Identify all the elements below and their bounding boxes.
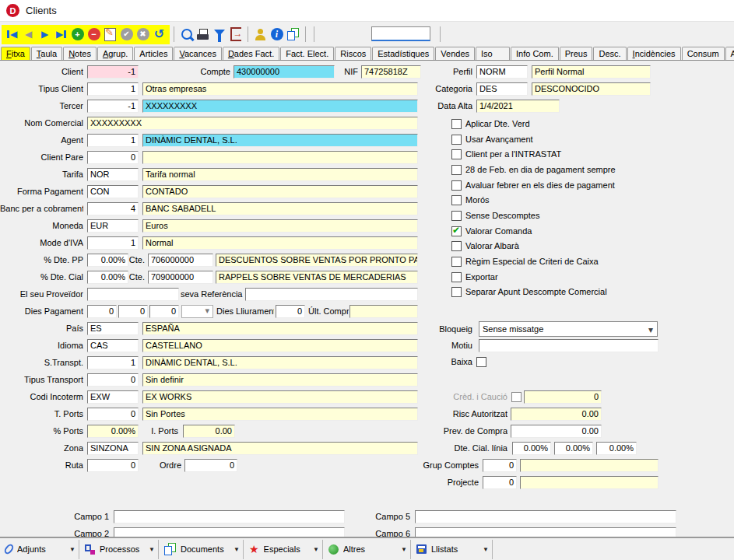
agent-desc-field[interactable]: DINÀMIC DENTAL, S.L. <box>142 134 418 147</box>
agent-code-field[interactable]: 1 <box>87 134 139 147</box>
grup-comptes-desc-field[interactable] <box>520 459 658 472</box>
dte-cial-account-field[interactable]: 709000000 <box>148 271 213 284</box>
perfil-desc-field[interactable]: Perfil Normal <box>532 65 651 79</box>
prev-compra-field[interactable]: 0.00 <box>511 425 602 438</box>
campo1-field[interactable] <box>114 510 345 523</box>
dte-pp-desc-field[interactable]: DESCUENTOS SOBRE VENTAS POR PRONTO PAG <box>216 254 418 267</box>
proveidor-field[interactable] <box>87 288 179 301</box>
checkbox-moros[interactable] <box>451 195 462 205</box>
perfil-code-field[interactable]: NORM <box>476 65 528 79</box>
star-icon: ★ <box>249 544 259 555</box>
dies-pagament-3-field[interactable]: 0 <box>149 305 179 318</box>
t-ports-code-field[interactable]: 0 <box>87 408 139 421</box>
dte-cial-pct-field[interactable]: 0.00% <box>87 271 128 284</box>
chevron-down-icon: ▼ <box>69 546 76 553</box>
dte-cial-desc-field[interactable]: RAPPELS SOBRE VENTAS DE MERCADERIAS <box>216 271 418 284</box>
checkbox-separar-apunt[interactable] <box>451 287 462 297</box>
tipus-transport-desc-field[interactable]: Sin definir <box>142 373 418 387</box>
especials-label: Especials <box>264 544 314 554</box>
checkbox-client-intrastat[interactable] <box>451 149 462 159</box>
categoria-desc-field[interactable]: DESCONOCIDO <box>532 82 651 96</box>
cred-caucio-field[interactable]: 0 <box>524 390 602 404</box>
ordre-field[interactable]: 0 <box>184 459 237 472</box>
seva-referencia-field[interactable] <box>245 288 418 301</box>
dte-linia-3-field[interactable]: 0.00% <box>596 442 637 455</box>
tercer-code-field[interactable]: -1 <box>87 100 139 113</box>
pais-code-field[interactable]: ES <box>87 322 139 335</box>
codi-incoterm-code-field[interactable]: EXW <box>87 390 139 404</box>
mode-iva-code-field[interactable]: 1 <box>87 236 139 250</box>
checkbox-regim-caixa[interactable] <box>451 257 462 267</box>
cred-caucio-checkbox[interactable] <box>511 392 522 402</box>
checkbox-avaluar-febrer[interactable] <box>451 180 462 191</box>
moneda-code-field[interactable]: EUR <box>87 219 139 233</box>
forma-pagament-desc-field[interactable]: CONTADO <box>142 185 418 198</box>
client-code-field[interactable]: -1 <box>87 65 139 79</box>
dies-pagament-2-field[interactable]: 0 <box>118 305 148 318</box>
moneda-desc-field[interactable]: Euros <box>142 219 418 233</box>
dte-pp-account-field[interactable]: 706000000 <box>148 254 213 267</box>
llistats-button[interactable]: Llistats ▼ <box>411 540 492 558</box>
especials-button[interactable]: ★ Especials ▼ <box>244 540 322 558</box>
documents-label: Documents <box>181 544 234 554</box>
categoria-code-field[interactable]: DES <box>476 82 528 96</box>
tarifa-code-field[interactable]: NOR <box>87 168 139 181</box>
grup-comptes-code-field[interactable]: 0 <box>483 459 517 472</box>
zona-code-field[interactable]: SINZONA <box>87 442 139 455</box>
banc-desc-field[interactable]: BANC SABADELL <box>142 202 418 215</box>
s-transpt-code-field[interactable]: 1 <box>87 356 139 369</box>
checkbox-aplicar-dte-verd[interactable] <box>451 119 462 129</box>
bloqueig-dropdown[interactable]: Sense missatge <box>479 321 658 337</box>
idioma-code-field[interactable]: CAS <box>87 339 139 352</box>
i-ports-field[interactable]: 0.00 <box>183 425 235 438</box>
ruta-field[interactable]: 0 <box>87 459 139 472</box>
processos-button[interactable]: Processos ▼ <box>79 540 158 558</box>
risc-autoritzat-field[interactable]: 0.00 <box>511 408 602 421</box>
banc-code-field[interactable]: 4 <box>87 202 139 215</box>
checkbox-label: 28 de Feb. en dia de pagament sempre <box>465 165 616 175</box>
checkbox-usar-avancament[interactable] <box>451 135 462 145</box>
motiu-label: Motiu <box>364 339 472 352</box>
motiu-field[interactable] <box>479 339 658 352</box>
checkbox-label: Exportar <box>465 272 498 282</box>
dies-pagament-dropdown[interactable] <box>181 305 213 318</box>
dte-linia-1-field[interactable]: 0.00% <box>512 442 551 455</box>
data-alta-field[interactable]: 1/4/2021 <box>476 100 560 113</box>
adjunts-button[interactable]: Adjunts ▼ <box>0 540 79 558</box>
checkbox-valorar-albara[interactable] <box>451 241 462 251</box>
checkbox-valorar-comanda[interactable] <box>451 226 462 236</box>
tipus-client-code-field[interactable]: 1 <box>87 82 139 96</box>
mode-iva-desc-field[interactable]: Normal <box>142 236 418 250</box>
campo5-field[interactable] <box>415 510 676 523</box>
chevron-down-icon: ▼ <box>149 546 155 553</box>
pct-ports-field[interactable]: 0.00% <box>87 425 139 438</box>
checkbox-label: Separar Apunt Descompte Comercial <box>465 287 607 297</box>
documents-button[interactable]: Documents ▼ <box>159 540 243 558</box>
tarifa-desc-field[interactable]: Tarifa normal <box>142 168 418 181</box>
dies-pagament-1-field[interactable]: 0 <box>87 305 117 318</box>
ult-compra-field[interactable] <box>349 305 418 318</box>
checkbox-sense-descomptes[interactable] <box>451 211 462 221</box>
dies-lliurament-field[interactable]: 0 <box>276 305 305 318</box>
baixa-checkbox[interactable] <box>476 357 486 367</box>
projecte-desc-field[interactable] <box>520 476 658 489</box>
compte-field[interactable]: 430000000 <box>234 65 335 79</box>
projecte-label: Projecte <box>364 476 479 489</box>
checkbox-exportar[interactable] <box>451 272 462 282</box>
tipus-transport-code-field[interactable]: 0 <box>87 373 139 387</box>
dte-pp-pct-field[interactable]: 0.00% <box>87 254 128 267</box>
checkbox-28-feb[interactable] <box>451 165 462 175</box>
prev-compra-label: Prev. de Compra <box>364 425 507 438</box>
altres-button[interactable]: Altres ▼ <box>323 540 410 558</box>
ordre-label: Ordre <box>142 459 181 472</box>
forma-pagament-code-field[interactable]: CON <box>87 185 139 198</box>
checkbox-label: Valorar Albarà <box>465 241 519 251</box>
dte-cial-cte-label: Cte. <box>126 271 145 284</box>
client-pare-code-field[interactable]: 0 <box>87 151 139 164</box>
dte-linia-2-field[interactable]: 0.00% <box>554 442 593 455</box>
llistats-label: Llistats <box>431 544 483 554</box>
nom-comercial-field[interactable]: XXXXXXXXX <box>87 117 418 130</box>
paperclip-icon <box>3 543 16 556</box>
projecte-code-field[interactable]: 0 <box>483 476 517 489</box>
client-pare-desc-field[interactable] <box>142 151 418 164</box>
